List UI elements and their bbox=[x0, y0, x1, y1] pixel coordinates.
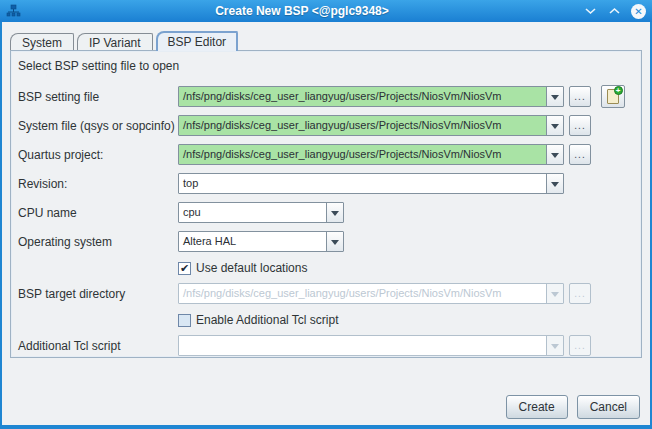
titlebar[interactable]: Create New BSP <@pglc9348> ✕ bbox=[0, 0, 652, 22]
revision-value: top bbox=[179, 174, 546, 193]
quartus-project-combobox[interactable]: /nfs/png/disks/ceg_user_liangyug/users/P… bbox=[178, 144, 564, 165]
cpu-name-row: CPU name cpu bbox=[18, 202, 634, 223]
bsp-setting-file-value: /nfs/png/disks/ceg_user_liangyug/users/P… bbox=[179, 87, 546, 106]
tab-bsp-editor[interactable]: BSP Editor bbox=[156, 31, 238, 51]
new-bsp-file-button[interactable]: + bbox=[601, 85, 625, 108]
revision-label: Revision: bbox=[18, 177, 178, 191]
system-file-label: System file (qsys or sopcinfo) bbox=[18, 119, 178, 133]
system-file-dropdown[interactable] bbox=[546, 116, 563, 135]
system-file-combobox[interactable]: /nfs/png/disks/ceg_user_liangyug/users/P… bbox=[178, 115, 564, 136]
window-title: Create New BSP <@pglc9348> bbox=[27, 4, 577, 18]
additional-tcl-script-dropdown bbox=[546, 336, 563, 355]
revision-row: Revision: top bbox=[18, 173, 634, 194]
chevron-down-icon bbox=[551, 124, 559, 133]
dialog-content: System IP Variant BSP Editor Select BSP … bbox=[2, 22, 650, 425]
minimize-button[interactable] bbox=[583, 4, 598, 19]
additional-tcl-script-label: Additional Tcl script bbox=[18, 339, 178, 353]
additional-tcl-script-value bbox=[179, 336, 546, 355]
enable-additional-tcl-row: Enable Additional Tcl script bbox=[178, 312, 634, 328]
system-file-value: /nfs/png/disks/ceg_user_liangyug/users/P… bbox=[179, 116, 546, 135]
bsp-setting-file-combobox[interactable]: /nfs/png/disks/ceg_user_liangyug/users/P… bbox=[178, 86, 564, 107]
operating-system-label: Operating system bbox=[18, 235, 178, 249]
chevron-up-icon bbox=[609, 7, 620, 15]
chevron-down-icon bbox=[551, 95, 559, 104]
cpu-name-label: CPU name bbox=[18, 206, 178, 220]
create-new-bsp-dialog: Create New BSP <@pglc9348> ✕ System IP V… bbox=[0, 0, 652, 429]
bsp-target-directory-label: BSP target directory bbox=[18, 287, 178, 301]
quartus-project-label: Quartus project: bbox=[18, 148, 178, 162]
bsp-setting-file-row: BSP setting file /nfs/png/disks/ceg_user… bbox=[18, 86, 634, 107]
cancel-button[interactable]: Cancel bbox=[577, 395, 640, 419]
operating-system-combobox[interactable]: Altera HAL bbox=[178, 231, 344, 252]
chevron-down-icon bbox=[551, 292, 559, 301]
chevron-down-icon bbox=[551, 182, 559, 191]
bsp-target-directory-value: /nfs/png/disks/ceg_user_liangyug/users/P… bbox=[179, 284, 546, 303]
bsp-setting-file-label: BSP setting file bbox=[18, 90, 178, 104]
additional-tcl-script-row: Additional Tcl script ... bbox=[18, 335, 634, 356]
close-icon: ✕ bbox=[631, 4, 646, 19]
checkmark-icon: ✔ bbox=[180, 263, 189, 274]
bsp-editor-panel: Select BSP setting file to open BSP sett… bbox=[10, 50, 642, 358]
use-default-locations-row: ✔ Use default locations bbox=[178, 260, 634, 276]
bsp-target-directory-combobox: /nfs/png/disks/ceg_user_liangyug/users/P… bbox=[178, 283, 564, 304]
quartus-project-value: /nfs/png/disks/ceg_user_liangyug/users/P… bbox=[179, 145, 546, 164]
chevron-down-icon bbox=[551, 344, 559, 353]
bsp-setting-file-dropdown[interactable] bbox=[546, 87, 563, 106]
bsp-target-directory-browse-button: ... bbox=[569, 283, 591, 304]
tab-ip-variant[interactable]: IP Variant bbox=[77, 33, 153, 50]
quartus-project-browse-button[interactable]: ... bbox=[569, 144, 591, 165]
app-network-icon bbox=[6, 4, 21, 19]
enable-additional-tcl-label[interactable]: Enable Additional Tcl script bbox=[196, 313, 339, 327]
operating-system-value: Altera HAL bbox=[179, 232, 326, 251]
system-file-row: System file (qsys or sopcinfo) /nfs/png/… bbox=[18, 115, 634, 136]
chevron-down-icon bbox=[331, 240, 339, 249]
titlebar-controls: ✕ bbox=[583, 4, 646, 19]
plus-badge-icon: + bbox=[614, 86, 623, 95]
close-button[interactable]: ✕ bbox=[631, 4, 646, 19]
chevron-down-icon bbox=[585, 7, 596, 15]
tab-system[interactable]: System bbox=[10, 33, 74, 50]
quartus-project-dropdown[interactable] bbox=[546, 145, 563, 164]
bsp-target-directory-row: BSP target directory /nfs/png/disks/ceg_… bbox=[18, 283, 634, 304]
revision-combobox[interactable]: top bbox=[178, 173, 564, 194]
operating-system-row: Operating system Altera HAL bbox=[18, 231, 634, 252]
tab-bar: System IP Variant BSP Editor bbox=[10, 30, 650, 50]
cpu-name-value: cpu bbox=[179, 203, 326, 222]
bsp-setting-file-browse-button[interactable]: ... bbox=[569, 86, 591, 107]
cpu-name-dropdown[interactable] bbox=[326, 203, 343, 222]
operating-system-dropdown[interactable] bbox=[326, 232, 343, 251]
revision-dropdown[interactable] bbox=[546, 174, 563, 193]
maximize-button[interactable] bbox=[607, 4, 622, 19]
additional-tcl-script-combobox bbox=[178, 335, 564, 356]
quartus-project-row: Quartus project: /nfs/png/disks/ceg_user… bbox=[18, 144, 634, 165]
cpu-name-combobox[interactable]: cpu bbox=[178, 202, 344, 223]
chevron-down-icon bbox=[331, 211, 339, 220]
additional-tcl-script-browse-button: ... bbox=[569, 335, 591, 356]
system-file-browse-button[interactable]: ... bbox=[569, 115, 591, 136]
bsp-target-directory-dropdown bbox=[546, 284, 563, 303]
enable-additional-tcl-checkbox[interactable] bbox=[178, 314, 191, 327]
dialog-buttons: Create Cancel bbox=[506, 395, 640, 419]
create-button[interactable]: Create bbox=[506, 395, 568, 419]
new-file-icon: + bbox=[607, 89, 619, 104]
use-default-locations-checkbox[interactable]: ✔ bbox=[178, 262, 191, 275]
chevron-down-icon bbox=[551, 153, 559, 162]
use-default-locations-label[interactable]: Use default locations bbox=[196, 261, 307, 275]
panel-heading: Select BSP setting file to open bbox=[18, 59, 634, 74]
